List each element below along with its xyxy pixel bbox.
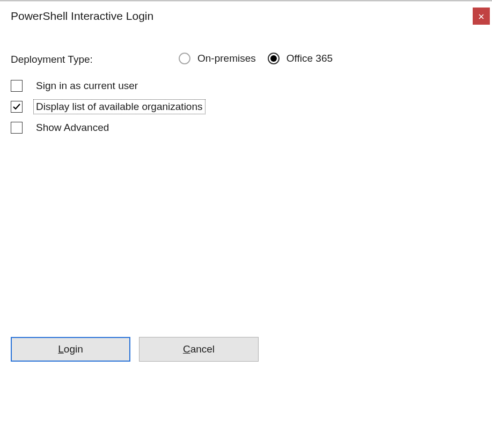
dialog-title: PowerShell Interactive Login [11,10,153,23]
top-rule [0,1,492,1]
checkbox-label: Sign in as current user [34,79,140,93]
checkbox-show-advanced[interactable]: Show Advanced [11,121,205,135]
checkbox-icon [11,122,23,134]
checkbox-label: Show Advanced [34,121,111,135]
deployment-radio-group: On-premises Office 365 [179,53,333,64]
close-icon [479,11,484,22]
deployment-type-label: Deployment Type: [11,54,93,65]
checkbox-sign-in-current-user[interactable]: Sign in as current user [11,79,205,93]
cancel-button[interactable]: Cancel [139,337,259,362]
checkbox-icon [11,101,23,113]
options-checkbox-list: Sign in as current user Display list of … [11,79,205,141]
dialog-button-row: Login Cancel [11,337,259,362]
button-label: Cancel [183,343,215,355]
radio-label-office-365: Office 365 [287,53,333,64]
close-button[interactable] [473,8,490,25]
radio-selected-dot [270,55,277,62]
radio-label-on-premises: On-premises [197,53,256,64]
radio-icon [268,53,280,64]
button-label: Login [58,343,83,355]
radio-icon [179,53,190,64]
login-button[interactable]: Login [11,337,130,362]
checkbox-label: Display list of available organizations [33,99,205,114]
checkbox-display-organizations[interactable]: Display list of available organizations [11,99,205,114]
checkbox-icon [11,80,23,92]
radio-office-365[interactable]: Office 365 [268,53,333,64]
radio-on-premises[interactable]: On-premises [179,53,256,64]
